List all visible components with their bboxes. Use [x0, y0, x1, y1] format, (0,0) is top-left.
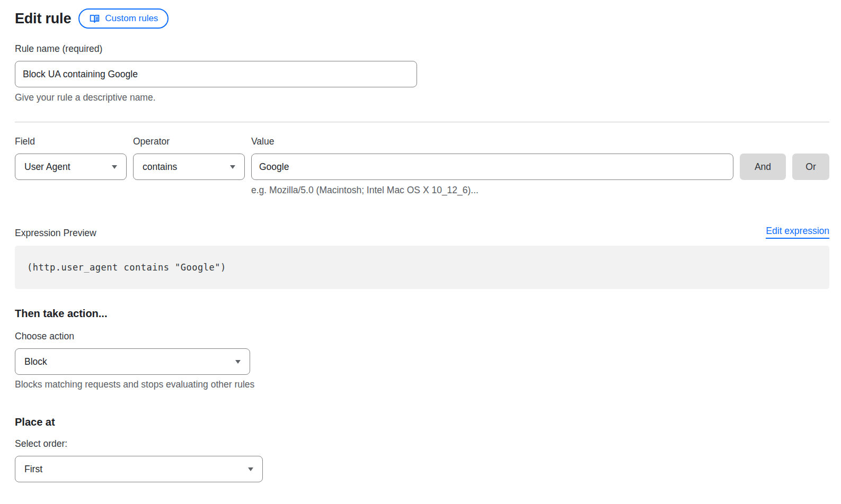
rule-name-input[interactable]	[15, 61, 417, 87]
value-input[interactable]	[251, 154, 733, 180]
section-divider	[15, 122, 829, 122]
custom-rules-badge-label: Custom rules	[105, 13, 158, 24]
action-heading: Then take action...	[15, 307, 829, 320]
page-header: Edit rule Custom rules	[15, 8, 829, 29]
operator-select[interactable]: contains	[133, 154, 245, 180]
expression-header: Expression Preview Edit expression	[15, 226, 829, 239]
value-help: e.g. Mozilla/5.0 (Macintosh; Intel Mac O…	[251, 185, 733, 196]
expression-preview-label: Expression Preview	[15, 228, 96, 239]
place-at-heading: Place at	[15, 415, 829, 429]
edit-rule-page: Edit rule Custom rules Rule name (requir…	[0, 0, 841, 504]
operator-label: Operator	[133, 136, 245, 147]
field-select-value: User Agent	[24, 161, 70, 173]
caret-down-icon	[230, 165, 235, 169]
or-button[interactable]: Or	[792, 154, 829, 180]
rule-name-label: Rule name (required)	[15, 43, 829, 55]
value-label: Value	[251, 136, 733, 147]
caret-down-icon	[235, 360, 241, 364]
and-button[interactable]: And	[740, 154, 786, 180]
caret-down-icon	[112, 165, 117, 169]
rule-name-section: Rule name (required) Give your rule a de…	[15, 43, 829, 103]
action-select[interactable]: Block	[15, 348, 250, 375]
action-select-value: Block	[24, 356, 47, 367]
book-icon	[89, 13, 100, 24]
choose-action-label: Choose action	[15, 331, 829, 342]
order-select[interactable]: First	[15, 456, 263, 482]
edit-expression-link[interactable]: Edit expression	[766, 226, 829, 239]
order-select-value: First	[24, 464, 42, 475]
caret-down-icon	[248, 467, 253, 471]
select-order-label: Select order:	[15, 438, 829, 449]
field-select[interactable]: User Agent	[15, 154, 127, 180]
expression-preview-code: (http.user_agent contains "Google")	[15, 246, 829, 289]
field-label: Field	[15, 136, 127, 147]
rule-name-help: Give your rule a descriptive name.	[15, 92, 829, 103]
placement-section: Place at Select order: First	[15, 415, 829, 482]
operator-select-value: contains	[143, 161, 177, 173]
condition-row: Field User Agent Operator contains Value…	[15, 136, 829, 196]
custom-rules-badge[interactable]: Custom rules	[78, 8, 169, 29]
value-group: Value e.g. Mozilla/5.0 (Macintosh; Intel…	[251, 136, 733, 196]
action-help: Blocks matching requests and stops evalu…	[15, 379, 829, 390]
field-group: Field User Agent	[15, 136, 127, 180]
page-title: Edit rule	[15, 11, 71, 27]
action-section: Then take action... Choose action Block …	[15, 307, 829, 390]
operator-group: Operator contains	[133, 136, 245, 180]
